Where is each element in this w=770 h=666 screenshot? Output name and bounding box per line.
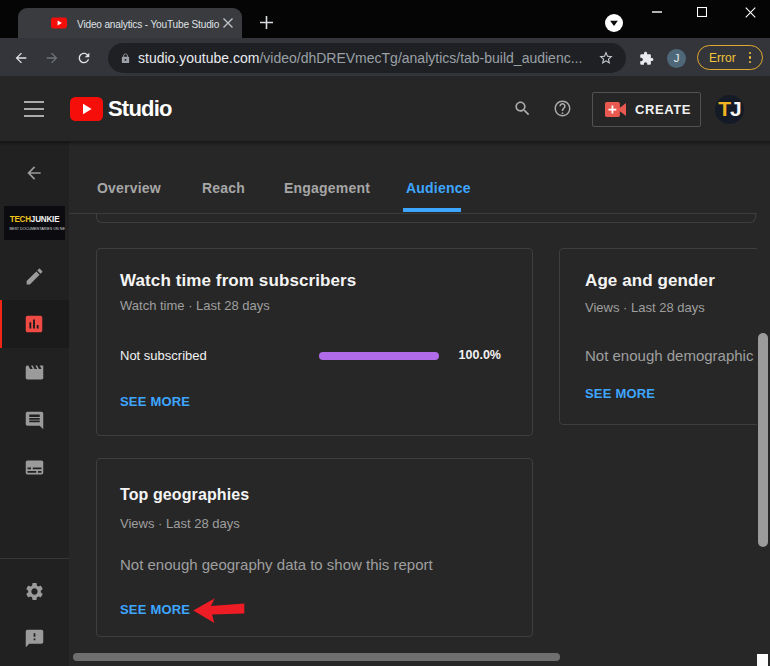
editor-clapperboard-icon[interactable]: [24, 362, 45, 383]
thumbnail-subtext: BEST DOCUMENTARIES ON NETFLIX: [9, 227, 59, 231]
avatar-letter-j: J: [730, 97, 741, 120]
reload-icon[interactable]: [76, 50, 92, 66]
back-icon[interactable]: [13, 50, 29, 66]
browser-toolbar: studio.youtube.com/video/dhDREVmecTg/ana…: [0, 38, 770, 76]
url-text: studio.youtube.com/video/dhDREVmecTg/ana…: [138, 50, 582, 66]
card-message: Not enough demographic data to show this…: [585, 347, 757, 364]
card-age-and-gender: Age and gender Views · Last 28 days Not …: [559, 248, 757, 425]
media-controls-icon[interactable]: [605, 14, 623, 32]
stat-progress-bar: [319, 352, 439, 360]
tab-audience[interactable]: Audience: [406, 180, 471, 196]
card-message: Not enough geography data to show this r…: [120, 556, 433, 573]
active-tab-underline: [403, 208, 461, 212]
browser-menu-error-button[interactable]: Error: [697, 45, 763, 70]
tab-engagement[interactable]: Engagement: [284, 180, 370, 196]
bookmark-star-icon[interactable]: [598, 50, 614, 66]
create-label: CREATE: [635, 102, 691, 117]
video-create-icon: [605, 102, 626, 117]
header-shadow: [0, 141, 770, 146]
details-pencil-icon[interactable]: [24, 266, 45, 287]
help-icon[interactable]: [553, 99, 572, 118]
stat-row-label: Not subscribed: [120, 348, 207, 363]
tab-close-icon[interactable]: [222, 17, 234, 29]
tab-overview[interactable]: Overview: [97, 180, 161, 196]
three-dot-menu-icon: [749, 52, 752, 64]
card-title: Watch time from subscribers: [120, 271, 356, 291]
horizontal-scrollbar-thumb[interactable]: [73, 653, 560, 661]
error-label: Error: [709, 51, 736, 65]
youtube-logo[interactable]: [70, 97, 103, 121]
url-path: /video/dhDREVmecTg/analytics/tab-build_a…: [259, 50, 582, 66]
comments-icon[interactable]: [24, 410, 45, 431]
studio-wordmark[interactable]: Studio: [108, 96, 172, 122]
window-maximize-button[interactable]: [697, 7, 707, 17]
new-tab-button[interactable]: [259, 15, 274, 30]
subtitles-icon[interactable]: [24, 457, 45, 478]
card-top-geographies: Top geographies Views · Last 28 days Not…: [96, 458, 533, 637]
card-subtitle: Views · Last 28 days: [585, 300, 705, 315]
card-title: Top geographies: [120, 486, 249, 504]
studio-sidebar: TECHJUNKIE BEST DOCUMENTARIES ON NETFLIX: [0, 141, 69, 666]
browser-profile-avatar[interactable]: J: [667, 49, 686, 68]
studio-header: Studio CREATE TJ: [0, 76, 770, 141]
analytics-icon: [23, 313, 45, 335]
channel-avatar[interactable]: TJ: [715, 95, 744, 124]
thumbnail-title: TECHJUNKIE: [6, 214, 64, 224]
avatar-letter-t: T: [718, 97, 730, 120]
annotation-red-arrow: [189, 595, 249, 625]
sidebar-divider: [0, 558, 69, 559]
sidebar-back-arrow[interactable]: [24, 163, 44, 183]
feedback-icon[interactable]: [24, 628, 45, 649]
window-close-button[interactable]: [745, 7, 756, 18]
tab-title: Video analytics - YouTube Studio: [77, 18, 221, 30]
lock-icon: [120, 52, 131, 65]
scrollbar-corner: [757, 654, 768, 666]
video-thumbnail[interactable]: TECHJUNKIE BEST DOCUMENTARIES ON NETFLIX: [4, 206, 65, 240]
card-subtitle: Watch time · Last 28 days: [120, 298, 270, 313]
see-more-link[interactable]: SEE MORE: [585, 386, 655, 401]
tab-reach[interactable]: Reach: [202, 180, 245, 196]
extensions-puzzle-icon[interactable]: [639, 51, 654, 66]
browser-tab[interactable]: Video analytics - YouTube Studio: [18, 8, 242, 38]
menu-hamburger-icon[interactable]: [24, 101, 44, 117]
browser-titlebar: Video analytics - YouTube Studio: [0, 0, 770, 38]
forward-icon[interactable]: [44, 50, 60, 66]
settings-gear-icon[interactable]: [24, 581, 45, 602]
see-more-link[interactable]: SEE MORE: [120, 602, 190, 617]
youtube-favicon: [51, 15, 67, 31]
card-title: Age and gender: [585, 271, 715, 291]
url-domain: studio.youtube.com: [138, 50, 259, 66]
card-subtitle: Views · Last 28 days: [120, 516, 240, 531]
search-icon[interactable]: [513, 99, 532, 118]
address-bar[interactable]: studio.youtube.com/video/dhDREVmecTg/ana…: [108, 43, 626, 73]
see-more-link[interactable]: SEE MORE: [120, 394, 190, 409]
vertical-scrollbar-thumb[interactable]: [758, 333, 768, 547]
thumbnail-title-second: JUNKIE: [31, 214, 59, 224]
create-button[interactable]: CREATE: [592, 92, 701, 127]
sidebar-item-analytics-active[interactable]: [0, 300, 69, 348]
thumbnail-title-first: TECH: [10, 214, 31, 224]
stat-row-value: 100.0%: [459, 348, 501, 362]
card-watch-time-from-subscribers: Watch time from subscribers Watch time ·…: [96, 248, 533, 436]
scrolled-card-bottom: [96, 213, 756, 223]
window-minimize-button[interactable]: [652, 7, 662, 17]
analytics-content: Overview Reach Engagement Audience Watch…: [69, 141, 757, 666]
